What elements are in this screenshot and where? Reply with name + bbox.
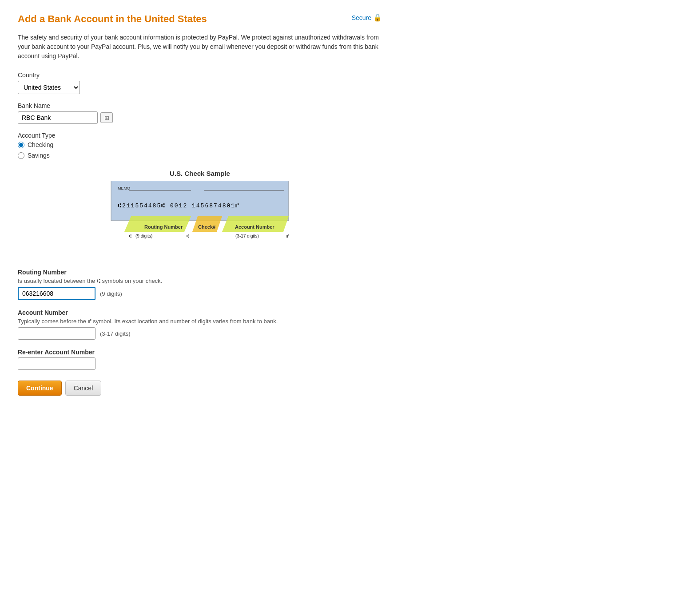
routing-number-hint: Is usually located between the ⑆ symbols… [18,278,382,284]
svg-text:Check#: Check# [198,224,215,230]
svg-text:⑆: ⑆ [129,234,131,238]
check-diagram-title: U.S. Check Sample [170,170,230,177]
reenter-account-input[interactable] [18,357,95,370]
reenter-account-title: Re-enter Account Number [18,349,382,356]
buttons-row: Continue Cancel [18,381,382,396]
secure-label: Secure [352,14,371,21]
bank-lookup-icon[interactable]: ⊞ [100,112,113,123]
reenter-account-section: Re-enter Account Number [18,349,382,370]
check-diagram: U.S. Check Sample MEMO ⑆211554485⑆ 0012 … [18,170,382,256]
routing-number-input[interactable] [18,287,95,300]
svg-text:⑆211554485⑆ 0012  1456874801⑈: ⑆211554485⑆ 0012 1456874801⑈ [118,202,240,209]
account-type-label: Account Type [18,132,382,139]
cancel-button[interactable]: Cancel [65,381,102,396]
svg-text:(9 digits): (9 digits) [135,234,152,238]
routing-number-input-row: (9 digits) [18,287,382,300]
secure-link[interactable]: Secure 🔒 [352,13,382,22]
account-number-section: Account Number Typically comes before th… [18,309,382,340]
account-number-hint: Typically comes before the ⑈ symbol. Its… [18,318,382,325]
savings-label: Savings [28,152,50,159]
svg-text:Routing Number: Routing Number [144,224,183,230]
svg-text:Account Number: Account Number [235,224,274,230]
account-type-section: Account Type Checking Savings [18,132,382,159]
continue-button[interactable]: Continue [18,381,62,396]
lock-icon: 🔒 [373,13,382,22]
account-number-title: Account Number [18,309,382,316]
country-section: Country United States Canada United King… [18,71,382,94]
check-svg-wrapper: MEMO ⑆211554485⑆ 0012 1456874801⑈ Routin… [102,181,298,256]
savings-radio[interactable] [18,152,24,159]
svg-text:MEMO: MEMO [118,186,130,190]
account-type-radio-group: Checking Savings [18,141,382,159]
routing-digits-hint: (9 digits) [100,290,122,297]
page-title: Add a Bank Account in the United States [18,13,207,25]
svg-text:⑈: ⑈ [286,234,289,238]
bank-name-wrapper: ⊞ [18,111,382,124]
account-number-input[interactable] [18,327,95,340]
svg-text:(3-17 digits): (3-17 digits) [235,234,259,238]
check-sample-svg: MEMO ⑆211554485⑆ 0012 1456874801⑈ Routin… [102,181,298,256]
routing-number-title: Routing Number [18,269,382,276]
bank-name-section: Bank Name ⊞ [18,102,382,124]
routing-number-section: Routing Number Is usually located betwee… [18,269,382,300]
bank-name-input[interactable] [18,111,98,124]
checking-radio-label[interactable]: Checking [18,141,382,148]
account-number-input-row: (3-17 digits) [18,327,382,340]
svg-text:⑆: ⑆ [187,234,189,238]
country-label: Country [18,71,382,79]
reenter-account-input-row [18,357,382,370]
country-select[interactable]: United States Canada United Kingdom Aust… [18,81,80,94]
svg-rect-0 [111,181,289,221]
account-digits-hint: (3-17 digits) [100,330,131,337]
checking-radio[interactable] [18,142,24,148]
checking-label: Checking [28,141,53,148]
bank-name-label: Bank Name [18,102,382,109]
description-text: The safety and security of your bank acc… [18,33,382,61]
savings-radio-label[interactable]: Savings [18,152,382,159]
page-header: Add a Bank Account in the United States … [18,13,382,25]
